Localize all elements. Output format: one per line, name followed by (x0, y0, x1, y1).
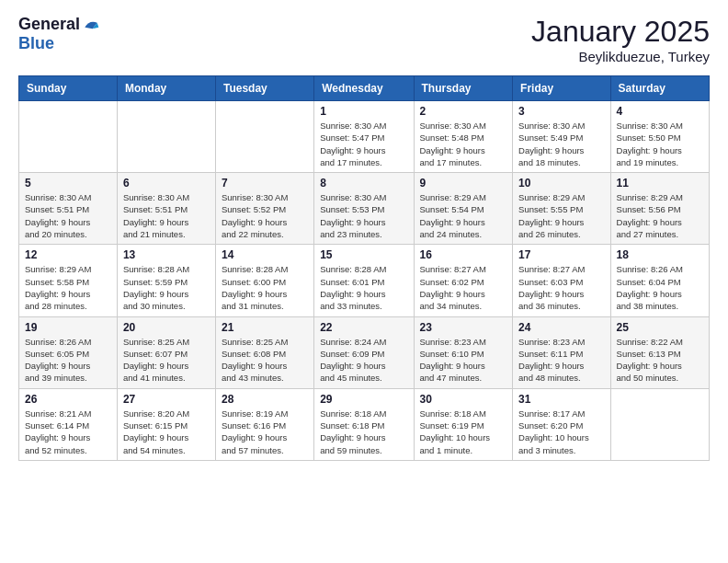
day-number: 16 (420, 248, 507, 261)
day-info: Sunrise: 8:28 AM Sunset: 6:01 PM Dayligh… (320, 263, 407, 312)
calendar-cell: 15Sunrise: 8:28 AM Sunset: 6:01 PM Dayli… (314, 245, 414, 316)
calendar-cell: 8Sunrise: 8:30 AM Sunset: 5:53 PM Daylig… (314, 173, 414, 245)
calendar-cell: 25Sunrise: 8:22 AM Sunset: 6:13 PM Dayli… (610, 316, 709, 388)
day-number: 27 (123, 393, 210, 406)
calendar-cell: 29Sunrise: 8:18 AM Sunset: 6:18 PM Dayli… (314, 388, 414, 460)
day-number: 15 (320, 248, 407, 261)
day-number: 22 (320, 321, 407, 334)
logo-icon (82, 17, 100, 35)
calendar-cell: 11Sunrise: 8:29 AM Sunset: 5:56 PM Dayli… (610, 173, 709, 245)
calendar-cell: 7Sunrise: 8:30 AM Sunset: 5:52 PM Daylig… (215, 173, 313, 245)
calendar-cell (610, 388, 709, 460)
col-monday: Monday (117, 76, 215, 101)
logo-general-text: General (18, 16, 80, 34)
logo-blue-text: Blue (18, 35, 100, 53)
calendar-cell: 21Sunrise: 8:25 AM Sunset: 6:08 PM Dayli… (215, 316, 313, 388)
calendar-cell: 30Sunrise: 8:18 AM Sunset: 6:19 PM Dayli… (414, 388, 513, 460)
calendar-cell: 13Sunrise: 8:28 AM Sunset: 5:59 PM Dayli… (117, 245, 215, 316)
day-info: Sunrise: 8:17 AM Sunset: 6:20 PM Dayligh… (518, 408, 604, 456)
day-info: Sunrise: 8:24 AM Sunset: 6:09 PM Dayligh… (320, 336, 407, 385)
day-info: Sunrise: 8:21 AM Sunset: 6:14 PM Dayligh… (25, 408, 111, 456)
calendar-cell: 5Sunrise: 8:30 AM Sunset: 5:51 PM Daylig… (19, 173, 118, 245)
calendar-cell: 16Sunrise: 8:27 AM Sunset: 6:02 PM Dayli… (414, 245, 513, 316)
calendar: Sunday Monday Tuesday Wednesday Thursday… (18, 75, 710, 461)
logo: General Blue (18, 15, 100, 53)
day-info: Sunrise: 8:30 AM Sunset: 5:51 PM Dayligh… (123, 191, 210, 240)
calendar-cell: 12Sunrise: 8:29 AM Sunset: 5:58 PM Dayli… (19, 245, 118, 316)
col-thursday: Thursday (414, 76, 513, 101)
calendar-cell: 22Sunrise: 8:24 AM Sunset: 6:09 PM Dayli… (314, 316, 414, 388)
title-block: January 2025 Beylikduezue, Turkey (531, 15, 710, 64)
week-row-3: 12Sunrise: 8:29 AM Sunset: 5:58 PM Dayli… (19, 245, 710, 316)
calendar-cell: 6Sunrise: 8:30 AM Sunset: 5:51 PM Daylig… (117, 173, 215, 245)
day-info: Sunrise: 8:23 AM Sunset: 6:10 PM Dayligh… (420, 336, 507, 385)
day-number: 26 (25, 393, 111, 406)
day-number: 29 (320, 393, 407, 406)
calendar-cell (117, 101, 215, 173)
day-number: 4 (617, 105, 703, 118)
calendar-cell: 3Sunrise: 8:30 AM Sunset: 5:49 PM Daylig… (513, 101, 610, 173)
day-number: 28 (222, 393, 308, 406)
day-number: 8 (320, 177, 407, 190)
week-row-5: 26Sunrise: 8:21 AM Sunset: 6:14 PM Dayli… (19, 388, 710, 460)
day-info: Sunrise: 8:25 AM Sunset: 6:08 PM Dayligh… (222, 336, 308, 385)
day-info: Sunrise: 8:25 AM Sunset: 6:07 PM Dayligh… (123, 336, 210, 385)
day-number: 11 (617, 177, 703, 190)
day-number: 19 (25, 321, 111, 334)
calendar-cell: 26Sunrise: 8:21 AM Sunset: 6:14 PM Dayli… (19, 388, 118, 460)
calendar-cell: 14Sunrise: 8:28 AM Sunset: 6:00 PM Dayli… (215, 245, 313, 316)
calendar-cell: 18Sunrise: 8:26 AM Sunset: 6:04 PM Dayli… (610, 245, 709, 316)
calendar-cell: 20Sunrise: 8:25 AM Sunset: 6:07 PM Dayli… (117, 316, 215, 388)
day-number: 23 (420, 321, 507, 334)
day-info: Sunrise: 8:19 AM Sunset: 6:16 PM Dayligh… (222, 408, 308, 456)
day-number: 17 (518, 248, 604, 261)
week-row-4: 19Sunrise: 8:26 AM Sunset: 6:05 PM Dayli… (19, 316, 710, 388)
day-number: 5 (25, 177, 111, 190)
day-info: Sunrise: 8:18 AM Sunset: 6:18 PM Dayligh… (320, 408, 407, 456)
day-number: 13 (123, 248, 210, 261)
calendar-cell: 1Sunrise: 8:30 AM Sunset: 5:47 PM Daylig… (314, 101, 414, 173)
calendar-cell: 24Sunrise: 8:23 AM Sunset: 6:11 PM Dayli… (513, 316, 610, 388)
calendar-cell: 31Sunrise: 8:17 AM Sunset: 6:20 PM Dayli… (513, 388, 610, 460)
day-number: 10 (518, 177, 604, 190)
day-number: 1 (320, 105, 407, 118)
day-info: Sunrise: 8:30 AM Sunset: 5:51 PM Dayligh… (25, 191, 111, 240)
calendar-cell: 19Sunrise: 8:26 AM Sunset: 6:05 PM Dayli… (19, 316, 118, 388)
header: General Blue January 2025 Beylikduezue, … (18, 15, 710, 64)
day-info: Sunrise: 8:28 AM Sunset: 5:59 PM Dayligh… (123, 263, 210, 312)
col-wednesday: Wednesday (314, 76, 414, 101)
day-number: 9 (420, 177, 507, 190)
day-number: 7 (222, 177, 308, 190)
calendar-cell (19, 101, 118, 173)
day-info: Sunrise: 8:26 AM Sunset: 6:05 PM Dayligh… (25, 336, 111, 385)
day-number: 12 (25, 248, 111, 261)
day-number: 21 (222, 321, 308, 334)
calendar-cell: 4Sunrise: 8:30 AM Sunset: 5:50 PM Daylig… (610, 101, 709, 173)
week-row-2: 5Sunrise: 8:30 AM Sunset: 5:51 PM Daylig… (19, 173, 710, 245)
day-info: Sunrise: 8:18 AM Sunset: 6:19 PM Dayligh… (420, 408, 507, 456)
col-saturday: Saturday (610, 76, 709, 101)
day-info: Sunrise: 8:30 AM Sunset: 5:48 PM Dayligh… (420, 120, 507, 168)
day-number: 14 (222, 248, 308, 261)
day-info: Sunrise: 8:27 AM Sunset: 6:02 PM Dayligh… (420, 263, 507, 312)
day-info: Sunrise: 8:20 AM Sunset: 6:15 PM Dayligh… (123, 408, 210, 456)
day-info: Sunrise: 8:29 AM Sunset: 5:55 PM Dayligh… (518, 191, 604, 240)
day-number: 30 (420, 393, 507, 406)
calendar-header-row: Sunday Monday Tuesday Wednesday Thursday… (19, 76, 710, 101)
day-number: 18 (617, 248, 703, 261)
col-friday: Friday (513, 76, 610, 101)
day-info: Sunrise: 8:30 AM Sunset: 5:47 PM Dayligh… (320, 120, 407, 168)
calendar-cell: 10Sunrise: 8:29 AM Sunset: 5:55 PM Dayli… (513, 173, 610, 245)
month-title: January 2025 (531, 15, 710, 49)
calendar-cell: 9Sunrise: 8:29 AM Sunset: 5:54 PM Daylig… (414, 173, 513, 245)
col-tuesday: Tuesday (215, 76, 313, 101)
calendar-cell (215, 101, 313, 173)
day-info: Sunrise: 8:23 AM Sunset: 6:11 PM Dayligh… (518, 336, 604, 385)
calendar-cell: 27Sunrise: 8:20 AM Sunset: 6:15 PM Dayli… (117, 388, 215, 460)
day-info: Sunrise: 8:30 AM Sunset: 5:49 PM Dayligh… (518, 120, 604, 168)
day-info: Sunrise: 8:28 AM Sunset: 6:00 PM Dayligh… (222, 263, 308, 312)
day-info: Sunrise: 8:29 AM Sunset: 5:54 PM Dayligh… (420, 191, 507, 240)
day-info: Sunrise: 8:29 AM Sunset: 5:58 PM Dayligh… (25, 263, 111, 312)
calendar-cell: 2Sunrise: 8:30 AM Sunset: 5:48 PM Daylig… (414, 101, 513, 173)
day-number: 31 (518, 393, 604, 406)
